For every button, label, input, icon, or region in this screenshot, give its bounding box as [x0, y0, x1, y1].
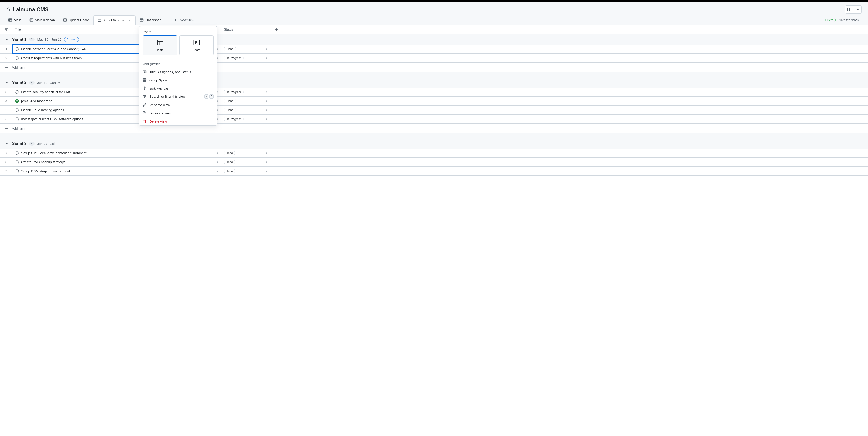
row-assignee-cell[interactable] [172, 157, 221, 167]
config-sort-text: sort: manual [149, 86, 168, 90]
row-status-cell[interactable]: Todo [221, 149, 270, 157]
group-header[interactable]: Sprint 12May 30 - Jun 12Current [0, 34, 868, 45]
row-title-text: Setup CSM staging environment [21, 169, 70, 173]
row-status-cell[interactable]: Todo [221, 157, 270, 167]
table-row[interactable]: 6Investigate current CSM software option… [0, 115, 868, 124]
column-status-header[interactable]: Status [221, 28, 270, 31]
row-assignee-cell[interactable] [172, 167, 221, 175]
row-status-cell[interactable]: Done [221, 96, 270, 106]
row-assignee-cell[interactable] [172, 149, 221, 157]
give-feedback-link[interactable]: Give feedback [839, 18, 859, 22]
row-status-cell[interactable]: In Progress [221, 115, 270, 123]
row-number: 9 [0, 167, 13, 175]
row-status-cell[interactable]: In Progress [221, 88, 270, 96]
group-gap [0, 72, 868, 78]
status-pill: Todo [224, 159, 235, 165]
tab-unfinished[interactable]: Unfinished … [135, 16, 170, 24]
table-row[interactable]: 4[cms] Add monorepoDone [0, 96, 868, 106]
row-title-cell[interactable]: Create CMS backup strategy [13, 157, 172, 167]
kebab-icon [855, 7, 860, 11]
group-gap [0, 133, 868, 139]
config-fields-row[interactable]: Title, Assignees, and Status [139, 68, 217, 76]
tab-main-kanban[interactable]: Main Kanban [25, 16, 59, 24]
rename-view-row[interactable]: Rename view [139, 101, 217, 109]
add-item-button[interactable]: Add item [0, 124, 868, 133]
chevron-down-icon [5, 80, 9, 85]
row-status-cell[interactable]: Todo [221, 167, 270, 175]
row-empty-cell [270, 96, 868, 106]
table-row[interactable]: 3Create security checklist for CMSIn Pro… [0, 88, 868, 96]
row-number: 2 [0, 54, 13, 62]
layout-option-board[interactable]: Board [180, 35, 214, 55]
tabs-right: Beta Give feedback [825, 18, 864, 22]
lock-icon [6, 7, 10, 11]
svg-point-37 [16, 108, 19, 112]
table-row[interactable]: 7Setup CMS local development environment… [0, 149, 868, 157]
config-search-row[interactable]: Search or filter this view ⌘ F [139, 92, 217, 100]
row-status-cell[interactable]: In Progress [221, 54, 270, 62]
filter-icon [143, 94, 147, 98]
more-menu-button[interactable] [853, 6, 862, 13]
board-icon [29, 18, 33, 22]
new-view-button[interactable]: New view [170, 16, 198, 24]
status-pill: Done [224, 98, 236, 103]
config-group-text: group:Sprint [149, 78, 168, 82]
board-icon [193, 39, 200, 46]
tab-main[interactable]: Main [4, 16, 25, 24]
group-header[interactable]: Sprint 34Jun 27 - Jul 10 [0, 139, 868, 149]
status-pill: Todo [224, 151, 235, 155]
row-title-text: Decide CSM hosting options [21, 108, 64, 112]
duplicate-icon [143, 111, 147, 115]
row-empty-cell [270, 54, 868, 62]
group-header[interactable]: Sprint 24Jun 13 - Jun 26 [0, 78, 868, 88]
draft-issue-icon [15, 117, 19, 121]
svg-point-4 [857, 9, 858, 10]
duplicate-text: Duplicate view [149, 111, 171, 115]
tab-dropdown-button[interactable] [127, 18, 131, 22]
panel-icon [847, 7, 851, 11]
tab-label: Sprint Groups [103, 18, 124, 22]
project-title: Laimuna CMS [13, 6, 49, 13]
layout-option-table[interactable]: Table [143, 35, 177, 55]
filter-button[interactable] [0, 28, 13, 31]
row-empty-cell [270, 115, 868, 123]
row-title-text: Confirm requirments with business team [21, 56, 82, 60]
group-count-badge: 4 [29, 81, 34, 85]
row-title-cell[interactable]: Setup CMS local development environment [13, 149, 172, 157]
draft-issue-icon [15, 160, 19, 164]
row-title-cell[interactable]: Setup CSM staging environment [13, 167, 172, 175]
add-item-label: Add item [12, 126, 25, 130]
row-status-cell[interactable]: Done [221, 106, 270, 114]
duplicate-view-row[interactable]: Duplicate view [139, 109, 217, 117]
table-row[interactable]: 1Decide between Rest API and GraphQL API… [0, 45, 868, 54]
layout-label: Board [193, 48, 200, 52]
table-row[interactable]: 8Create CMS backup strategyTodo [0, 157, 868, 167]
config-sort-row[interactable]: sort: manual [139, 84, 217, 92]
group-name: Sprint 2 [12, 80, 26, 85]
delete-view-row[interactable]: Delete view [139, 117, 217, 125]
plus-icon [174, 18, 178, 22]
svg-point-42 [16, 160, 19, 164]
sort-icon [143, 86, 147, 90]
svg-point-36 [17, 100, 18, 101]
view-options-popover: Layout Table Board Configuration Title, … [139, 26, 217, 125]
group-count-badge: 2 [29, 37, 34, 41]
add-item-button[interactable]: Add item [0, 63, 868, 72]
draft-issue-icon [15, 56, 19, 60]
table-row[interactable]: 9Setup CSM staging environmentTodo [0, 167, 868, 176]
svg-rect-17 [98, 19, 101, 22]
plus-icon [5, 65, 8, 69]
table-icon [140, 18, 144, 22]
tab-sprints-board[interactable]: Sprints Board [59, 16, 93, 24]
config-group-row[interactable]: group:Sprint [139, 76, 217, 84]
row-status-cell[interactable]: Done [221, 45, 270, 53]
panel-toggle-button[interactable] [845, 6, 853, 13]
table-row[interactable]: 5Decide CSM hosting optionsDone [0, 106, 868, 115]
window-chrome-top [0, 0, 868, 2]
draft-issue-icon [15, 169, 19, 173]
tab-sprint-groups[interactable]: Sprint Groups [93, 16, 136, 25]
table-row[interactable]: 2Confirm requirments with business teamI… [0, 54, 868, 63]
svg-point-5 [858, 9, 859, 10]
add-column-button[interactable] [270, 28, 283, 31]
row-number: 8 [0, 157, 13, 167]
